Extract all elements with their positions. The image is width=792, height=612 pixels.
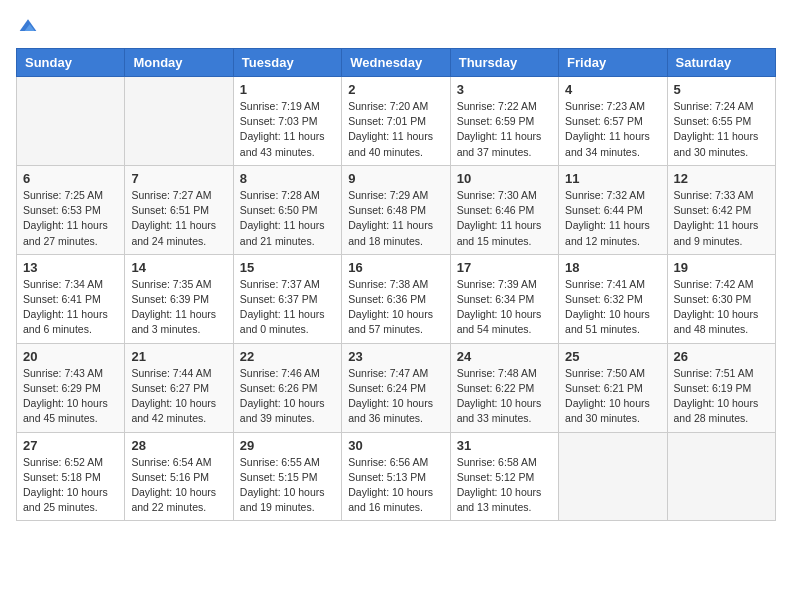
day-info: Sunrise: 7:37 AM Sunset: 6:37 PM Dayligh… xyxy=(240,277,335,338)
calendar-cell: 7 Sunrise: 7:27 AM Sunset: 6:51 PM Dayli… xyxy=(125,165,233,254)
calendar-cell: 29 Sunrise: 6:55 AM Sunset: 5:15 PM Dayl… xyxy=(233,432,341,521)
day-number: 17 xyxy=(457,260,552,275)
day-info: Sunrise: 7:24 AM Sunset: 6:55 PM Dayligh… xyxy=(674,99,769,160)
calendar-cell xyxy=(17,77,125,166)
day-number: 30 xyxy=(348,438,443,453)
day-number: 28 xyxy=(131,438,226,453)
day-info: Sunrise: 7:38 AM Sunset: 6:36 PM Dayligh… xyxy=(348,277,443,338)
day-header-monday: Monday xyxy=(125,49,233,77)
calendar-cell: 20 Sunrise: 7:43 AM Sunset: 6:29 PM Dayl… xyxy=(17,343,125,432)
day-number: 25 xyxy=(565,349,660,364)
calendar-cell xyxy=(559,432,667,521)
calendar-cell: 22 Sunrise: 7:46 AM Sunset: 6:26 PM Dayl… xyxy=(233,343,341,432)
day-info: Sunrise: 7:41 AM Sunset: 6:32 PM Dayligh… xyxy=(565,277,660,338)
day-info: Sunrise: 7:50 AM Sunset: 6:21 PM Dayligh… xyxy=(565,366,660,427)
day-info: Sunrise: 7:44 AM Sunset: 6:27 PM Dayligh… xyxy=(131,366,226,427)
day-number: 7 xyxy=(131,171,226,186)
day-number: 15 xyxy=(240,260,335,275)
day-info: Sunrise: 7:32 AM Sunset: 6:44 PM Dayligh… xyxy=(565,188,660,249)
day-number: 13 xyxy=(23,260,118,275)
calendar-header-row: SundayMondayTuesdayWednesdayThursdayFrid… xyxy=(17,49,776,77)
day-number: 27 xyxy=(23,438,118,453)
calendar-week-row: 6 Sunrise: 7:25 AM Sunset: 6:53 PM Dayli… xyxy=(17,165,776,254)
calendar-cell: 17 Sunrise: 7:39 AM Sunset: 6:34 PM Dayl… xyxy=(450,254,558,343)
day-header-thursday: Thursday xyxy=(450,49,558,77)
day-info: Sunrise: 7:28 AM Sunset: 6:50 PM Dayligh… xyxy=(240,188,335,249)
day-info: Sunrise: 6:55 AM Sunset: 5:15 PM Dayligh… xyxy=(240,455,335,516)
calendar-cell: 8 Sunrise: 7:28 AM Sunset: 6:50 PM Dayli… xyxy=(233,165,341,254)
calendar-cell: 2 Sunrise: 7:20 AM Sunset: 7:01 PM Dayli… xyxy=(342,77,450,166)
calendar-cell: 23 Sunrise: 7:47 AM Sunset: 6:24 PM Dayl… xyxy=(342,343,450,432)
calendar-cell: 24 Sunrise: 7:48 AM Sunset: 6:22 PM Dayl… xyxy=(450,343,558,432)
day-number: 9 xyxy=(348,171,443,186)
page-header xyxy=(16,16,776,36)
day-info: Sunrise: 6:54 AM Sunset: 5:16 PM Dayligh… xyxy=(131,455,226,516)
calendar-cell xyxy=(667,432,775,521)
day-info: Sunrise: 7:19 AM Sunset: 7:03 PM Dayligh… xyxy=(240,99,335,160)
calendar-cell: 30 Sunrise: 6:56 AM Sunset: 5:13 PM Dayl… xyxy=(342,432,450,521)
calendar-cell: 26 Sunrise: 7:51 AM Sunset: 6:19 PM Dayl… xyxy=(667,343,775,432)
day-info: Sunrise: 7:25 AM Sunset: 6:53 PM Dayligh… xyxy=(23,188,118,249)
day-info: Sunrise: 7:42 AM Sunset: 6:30 PM Dayligh… xyxy=(674,277,769,338)
calendar-week-row: 1 Sunrise: 7:19 AM Sunset: 7:03 PM Dayli… xyxy=(17,77,776,166)
day-number: 22 xyxy=(240,349,335,364)
day-header-saturday: Saturday xyxy=(667,49,775,77)
calendar-cell: 5 Sunrise: 7:24 AM Sunset: 6:55 PM Dayli… xyxy=(667,77,775,166)
calendar-cell: 3 Sunrise: 7:22 AM Sunset: 6:59 PM Dayli… xyxy=(450,77,558,166)
calendar-cell: 1 Sunrise: 7:19 AM Sunset: 7:03 PM Dayli… xyxy=(233,77,341,166)
calendar-cell: 12 Sunrise: 7:33 AM Sunset: 6:42 PM Dayl… xyxy=(667,165,775,254)
day-number: 5 xyxy=(674,82,769,97)
calendar-cell: 16 Sunrise: 7:38 AM Sunset: 6:36 PM Dayl… xyxy=(342,254,450,343)
calendar-cell: 31 Sunrise: 6:58 AM Sunset: 5:12 PM Dayl… xyxy=(450,432,558,521)
calendar-cell: 4 Sunrise: 7:23 AM Sunset: 6:57 PM Dayli… xyxy=(559,77,667,166)
day-header-friday: Friday xyxy=(559,49,667,77)
day-info: Sunrise: 7:30 AM Sunset: 6:46 PM Dayligh… xyxy=(457,188,552,249)
day-number: 1 xyxy=(240,82,335,97)
calendar-cell xyxy=(125,77,233,166)
day-info: Sunrise: 7:39 AM Sunset: 6:34 PM Dayligh… xyxy=(457,277,552,338)
day-info: Sunrise: 7:35 AM Sunset: 6:39 PM Dayligh… xyxy=(131,277,226,338)
calendar-cell: 28 Sunrise: 6:54 AM Sunset: 5:16 PM Dayl… xyxy=(125,432,233,521)
day-number: 3 xyxy=(457,82,552,97)
day-header-tuesday: Tuesday xyxy=(233,49,341,77)
day-info: Sunrise: 7:51 AM Sunset: 6:19 PM Dayligh… xyxy=(674,366,769,427)
day-number: 23 xyxy=(348,349,443,364)
calendar-cell: 21 Sunrise: 7:44 AM Sunset: 6:27 PM Dayl… xyxy=(125,343,233,432)
day-number: 26 xyxy=(674,349,769,364)
day-number: 24 xyxy=(457,349,552,364)
day-info: Sunrise: 7:43 AM Sunset: 6:29 PM Dayligh… xyxy=(23,366,118,427)
day-info: Sunrise: 7:22 AM Sunset: 6:59 PM Dayligh… xyxy=(457,99,552,160)
calendar-cell: 11 Sunrise: 7:32 AM Sunset: 6:44 PM Dayl… xyxy=(559,165,667,254)
day-info: Sunrise: 7:46 AM Sunset: 6:26 PM Dayligh… xyxy=(240,366,335,427)
calendar-cell: 9 Sunrise: 7:29 AM Sunset: 6:48 PM Dayli… xyxy=(342,165,450,254)
day-number: 4 xyxy=(565,82,660,97)
day-info: Sunrise: 7:47 AM Sunset: 6:24 PM Dayligh… xyxy=(348,366,443,427)
calendar-cell: 15 Sunrise: 7:37 AM Sunset: 6:37 PM Dayl… xyxy=(233,254,341,343)
day-number: 14 xyxy=(131,260,226,275)
day-info: Sunrise: 7:34 AM Sunset: 6:41 PM Dayligh… xyxy=(23,277,118,338)
logo xyxy=(16,16,38,36)
day-header-sunday: Sunday xyxy=(17,49,125,77)
day-number: 20 xyxy=(23,349,118,364)
day-number: 29 xyxy=(240,438,335,453)
day-number: 19 xyxy=(674,260,769,275)
day-info: Sunrise: 7:27 AM Sunset: 6:51 PM Dayligh… xyxy=(131,188,226,249)
calendar-week-row: 20 Sunrise: 7:43 AM Sunset: 6:29 PM Dayl… xyxy=(17,343,776,432)
calendar-cell: 19 Sunrise: 7:42 AM Sunset: 6:30 PM Dayl… xyxy=(667,254,775,343)
calendar-cell: 10 Sunrise: 7:30 AM Sunset: 6:46 PM Dayl… xyxy=(450,165,558,254)
calendar-cell: 13 Sunrise: 7:34 AM Sunset: 6:41 PM Dayl… xyxy=(17,254,125,343)
day-info: Sunrise: 6:56 AM Sunset: 5:13 PM Dayligh… xyxy=(348,455,443,516)
day-number: 2 xyxy=(348,82,443,97)
calendar-week-row: 13 Sunrise: 7:34 AM Sunset: 6:41 PM Dayl… xyxy=(17,254,776,343)
day-number: 10 xyxy=(457,171,552,186)
day-header-wednesday: Wednesday xyxy=(342,49,450,77)
day-number: 21 xyxy=(131,349,226,364)
day-info: Sunrise: 7:48 AM Sunset: 6:22 PM Dayligh… xyxy=(457,366,552,427)
calendar-cell: 25 Sunrise: 7:50 AM Sunset: 6:21 PM Dayl… xyxy=(559,343,667,432)
logo-icon xyxy=(18,16,38,36)
day-info: Sunrise: 6:58 AM Sunset: 5:12 PM Dayligh… xyxy=(457,455,552,516)
calendar-cell: 6 Sunrise: 7:25 AM Sunset: 6:53 PM Dayli… xyxy=(17,165,125,254)
calendar-week-row: 27 Sunrise: 6:52 AM Sunset: 5:18 PM Dayl… xyxy=(17,432,776,521)
calendar-cell: 27 Sunrise: 6:52 AM Sunset: 5:18 PM Dayl… xyxy=(17,432,125,521)
day-info: Sunrise: 7:23 AM Sunset: 6:57 PM Dayligh… xyxy=(565,99,660,160)
